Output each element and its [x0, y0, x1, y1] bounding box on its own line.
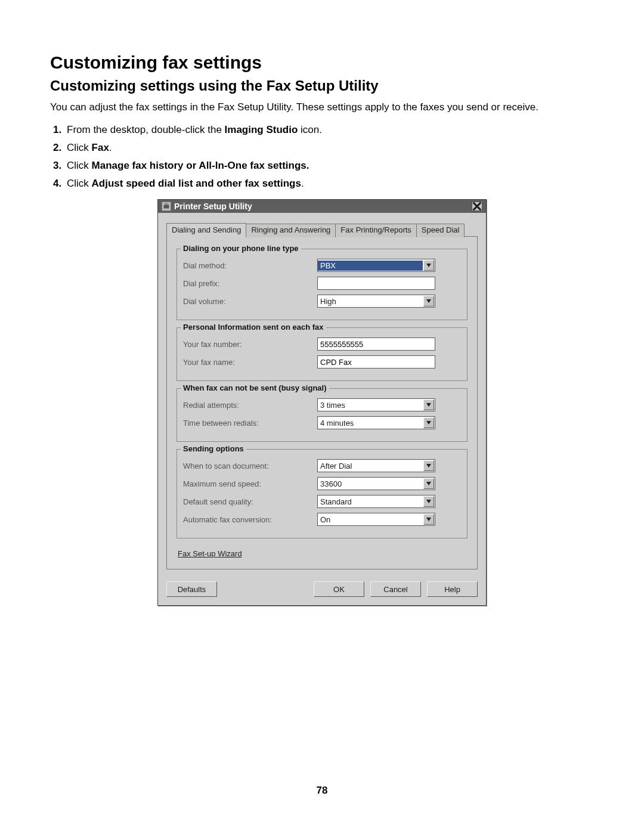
step-1-post: icon. [298, 124, 322, 135]
combo-redial-attempts-value: 3 times [318, 400, 423, 410]
group-legend-dialing: Dialing on your phone line type [181, 244, 301, 253]
step-1-pre: From the desktop, double-click the [67, 124, 225, 135]
app-icon [162, 202, 171, 211]
step-1: From the desktop, double-click the Imagi… [64, 124, 594, 136]
titlebar: Printer Setup Utility [158, 200, 486, 213]
heading-1: Customizing fax settings [50, 52, 594, 73]
step-3-bold: Manage fax history or All-In-One fax set… [92, 160, 309, 171]
label-send-quality: Default send quality: [183, 497, 317, 506]
group-legend-sending: Sending options [181, 444, 246, 453]
step-2: Click Fax. [64, 142, 594, 154]
chevron-down-icon [423, 514, 434, 525]
heading-2: Customizing settings using the Fax Setup… [50, 78, 594, 94]
help-button[interactable]: Help [427, 581, 478, 597]
step-4: Click Adjust speed dial list and other f… [64, 178, 594, 190]
group-personal-info: Personal Information sent on each fax Yo… [177, 327, 467, 381]
svg-marker-4 [426, 264, 431, 267]
close-icon [472, 202, 482, 211]
combo-dial-method-value: PBX [318, 261, 423, 271]
step-4-post: . [301, 178, 304, 189]
combo-redial-attempts[interactable]: 3 times [317, 398, 435, 411]
label-dial-volume: Dial volume: [183, 297, 317, 306]
combo-when-scan-value: After Dial [318, 461, 423, 471]
svg-marker-5 [426, 299, 431, 303]
label-max-speed: Maximum send speed: [183, 479, 317, 488]
label-auto-conversion: Automatic fax conversion: [183, 515, 317, 524]
combo-dial-method[interactable]: PBX [317, 259, 435, 272]
chevron-down-icon [423, 296, 434, 306]
svg-marker-9 [426, 482, 431, 485]
svg-marker-8 [426, 464, 431, 467]
dialog-button-row: Defaults OK Cancel Help [158, 575, 486, 605]
step-2-bold: Fax [92, 142, 109, 153]
group-legend-busy: When fax can not be sent (busy signal) [181, 383, 329, 392]
chevron-down-icon [423, 400, 434, 410]
svg-marker-10 [426, 500, 431, 503]
cancel-button[interactable]: Cancel [370, 581, 421, 597]
group-sending-options: Sending options When to scan document: A… [177, 449, 467, 538]
defaults-button[interactable]: Defaults [166, 581, 217, 597]
chevron-down-icon [423, 478, 434, 489]
combo-time-between[interactable]: 4 minutes [317, 416, 435, 429]
input-fax-number[interactable] [317, 337, 435, 351]
svg-marker-7 [426, 421, 431, 425]
group-dialing-phone-type: Dialing on your phone line type Dial met… [177, 249, 467, 320]
step-3: Click Manage fax history or All-In-One f… [64, 160, 594, 172]
svg-rect-0 [164, 205, 169, 208]
combo-when-scan[interactable]: After Dial [317, 459, 435, 472]
printer-setup-dialog: Printer Setup Utility Dialing and Sendin… [157, 199, 487, 606]
tab-speed-dial[interactable]: Speed Dial [416, 224, 465, 237]
step-list: From the desktop, double-click the Imagi… [50, 124, 594, 190]
page-number: 78 [50, 785, 594, 797]
combo-dial-volume-value: High [318, 296, 423, 306]
svg-marker-11 [426, 518, 431, 521]
combo-max-speed-value: 33600 [318, 479, 423, 489]
label-dial-method: Dial method: [183, 261, 317, 270]
tab-strip: Dialing and Sending Ringing and Answerin… [166, 222, 478, 237]
combo-max-speed[interactable]: 33600 [317, 477, 435, 490]
step-3-pre: Click [67, 160, 92, 171]
input-fax-name[interactable] [317, 355, 435, 368]
step-2-post: . [109, 142, 112, 153]
input-dial-prefix[interactable] [317, 277, 435, 290]
tab-fax-printing-reports[interactable]: Fax Printing/Reports [335, 224, 417, 237]
label-when-scan: When to scan document: [183, 462, 317, 470]
label-fax-number: Your fax number: [183, 340, 317, 349]
chevron-down-icon [423, 417, 434, 428]
close-button[interactable] [472, 202, 482, 211]
step-4-bold: Adjust speed dial list and other fax set… [92, 178, 301, 189]
chevron-down-icon [423, 260, 434, 271]
combo-auto-conversion-value: On [318, 515, 423, 525]
svg-marker-6 [426, 403, 431, 407]
fax-setup-wizard-link[interactable]: Fax Set-up Wizard [178, 549, 242, 558]
ok-button[interactable]: OK [314, 581, 364, 597]
group-legend-personal: Personal Information sent on each fax [181, 323, 326, 332]
dialog-title: Printer Setup Utility [174, 202, 252, 211]
step-2-pre: Click [67, 142, 92, 153]
combo-time-between-value: 4 minutes [318, 418, 423, 428]
step-4-pre: Click [67, 178, 92, 189]
tab-dialing-sending[interactable]: Dialing and Sending [166, 223, 246, 237]
chevron-down-icon [423, 496, 434, 507]
chevron-down-icon [423, 460, 434, 471]
combo-send-quality[interactable]: Standard [317, 495, 435, 508]
label-dial-prefix: Dial prefix: [183, 279, 317, 288]
tab-ringing-answering[interactable]: Ringing and Answering [246, 224, 336, 237]
intro-paragraph: You can adjust the fax settings in the F… [50, 101, 594, 113]
label-fax-name: Your fax name: [183, 358, 317, 367]
group-busy-signal: When fax can not be sent (busy signal) R… [177, 388, 467, 442]
step-1-bold: Imaging Studio [225, 124, 298, 135]
label-redial-attempts: Redial attempts: [183, 401, 317, 410]
tab-panel-dialing-sending: Dialing on your phone line type Dial met… [166, 237, 478, 569]
combo-auto-conversion[interactable]: On [317, 513, 435, 526]
combo-send-quality-value: Standard [318, 497, 423, 507]
label-time-between: Time between redials: [183, 419, 317, 428]
combo-dial-volume[interactable]: High [317, 295, 435, 308]
svg-rect-1 [165, 203, 168, 205]
